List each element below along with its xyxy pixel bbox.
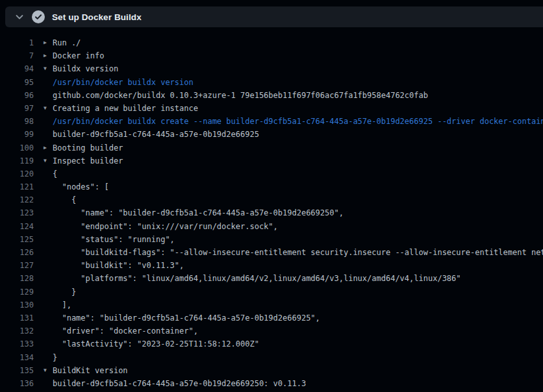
log-line: 124 "endpoint": "unix:///var/run/docker.… — [0, 220, 543, 233]
line-content: } — [53, 286, 76, 299]
chevron-down-icon[interactable] — [12, 10, 27, 24]
line-content: /usr/bin/docker buildx version — [53, 76, 194, 89]
line-number[interactable]: 123 — [0, 206, 34, 219]
log-group-line[interactable]: 135 ▼BuildKit version — [0, 364, 543, 377]
line-number[interactable]: 120 — [0, 167, 34, 180]
line-number[interactable]: 125 — [0, 233, 34, 246]
line-content: "buildkitd-flags": "--allow-insecure-ent… — [53, 246, 543, 259]
log-group-line[interactable]: 119 ▼Inspect builder — [0, 154, 543, 167]
line-content: { — [53, 167, 57, 180]
group-toggle-icon: ▼ — [44, 364, 47, 377]
log-group-line[interactable]: 100 ▶Booting builder — [0, 141, 543, 154]
line-number[interactable]: 132 — [0, 325, 34, 337]
log-line: 128 "platforms": "linux/amd64,linux/amd6… — [0, 272, 543, 285]
log-line: 121 "nodes": [ — [0, 180, 543, 193]
line-number[interactable]: 100 — [0, 141, 34, 154]
line-number[interactable]: 94 — [0, 62, 34, 75]
line-content: "driver": "docker-container", — [53, 325, 198, 337]
line-content: "name": "builder-d9cfb5a1-c764-445a-a57e… — [53, 312, 320, 325]
log-line: 133 "lastActivity": "2023-02-25T11:58:12… — [0, 337, 543, 350]
line-number[interactable]: 130 — [0, 299, 34, 312]
line-content: { — [53, 193, 76, 206]
line-number[interactable]: 122 — [0, 193, 34, 206]
line-number[interactable]: 136 — [0, 377, 34, 390]
log-line: 134 } — [0, 351, 543, 364]
line-number[interactable]: 128 — [0, 272, 34, 285]
line-content: "nodes": [ — [53, 180, 109, 193]
step-header[interactable]: Set up Docker Buildx — [5, 6, 543, 27]
line-number[interactable]: 99 — [0, 128, 34, 141]
line-number[interactable]: 119 — [0, 154, 34, 167]
line-number[interactable]: 126 — [0, 246, 34, 259]
log-group-line[interactable]: 94 ▼Buildx version — [0, 62, 543, 75]
line-content: ▼Buildx version — [53, 62, 118, 75]
log-line: 99 builder-d9cfb5a1-c764-445a-a57e-0b19d… — [0, 128, 543, 141]
log-line: 95 /usr/bin/docker buildx version — [0, 76, 543, 89]
group-toggle-icon: ▶ — [44, 49, 47, 62]
line-number[interactable]: 96 — [0, 89, 34, 102]
log-line: 98 /usr/bin/docker buildx create --name … — [0, 115, 543, 128]
line-content: ▼Inspect builder — [53, 154, 123, 167]
log-line: 96 github.com/docker/buildx 0.10.3+azure… — [0, 89, 543, 102]
line-content: "name": "builder-d9cfb5a1-c764-445a-a57e… — [53, 206, 344, 219]
line-content: builder-d9cfb5a1-c764-445a-a57e-0b19d2e6… — [53, 377, 306, 390]
line-content: "lastActivity": "2023-02-25T11:58:12.000… — [53, 337, 259, 350]
log-line: 126 "buildkitd-flags": "--allow-insecure… — [0, 246, 543, 259]
line-content: /usr/bin/docker buildx create --name bui… — [53, 115, 543, 128]
log-line: 136 builder-d9cfb5a1-c764-445a-a57e-0b19… — [0, 377, 543, 390]
line-number[interactable]: 1 — [0, 36, 34, 49]
line-content: "status": "running", — [53, 233, 175, 246]
line-content: } — [53, 351, 57, 364]
group-toggle-icon: ▼ — [44, 102, 47, 115]
group-toggle-icon: ▶ — [44, 141, 47, 154]
check-circle-icon — [32, 10, 45, 23]
line-content: ▶Run ./ — [53, 36, 81, 49]
line-number[interactable]: 124 — [0, 220, 34, 233]
log-line: 132 "driver": "docker-container", — [0, 325, 543, 337]
line-content: ▼BuildKit version — [53, 364, 128, 377]
log-line: 129 } — [0, 286, 543, 299]
line-number[interactable]: 133 — [0, 337, 34, 350]
line-number[interactable]: 121 — [0, 180, 34, 193]
line-content: "endpoint": "unix:///var/run/docker.sock… — [53, 220, 278, 233]
log-viewer: 1 ▶Run ./ 7 ▶Docker info 94 ▼Buildx vers… — [0, 27, 543, 390]
line-number[interactable]: 129 — [0, 286, 34, 299]
line-content: "platforms": "linux/amd64,linux/amd64/v2… — [53, 272, 461, 285]
log-group-line[interactable]: 7 ▶Docker info — [0, 49, 543, 62]
log-group-line[interactable]: 1 ▶Run ./ — [0, 36, 543, 49]
line-number[interactable]: 98 — [0, 115, 34, 128]
log-line: 130 ], — [0, 299, 543, 312]
group-toggle-icon: ▼ — [44, 62, 47, 75]
line-number[interactable]: 131 — [0, 312, 34, 325]
line-content: builder-d9cfb5a1-c764-445a-a57e-0b19d2e6… — [53, 128, 259, 141]
line-content: ▶Docker info — [53, 49, 104, 62]
group-toggle-icon: ▼ — [44, 154, 47, 167]
line-number[interactable]: 95 — [0, 76, 34, 89]
log-group-line[interactable]: 97 ▼Creating a new builder instance — [0, 102, 543, 115]
log-line: 131 "name": "builder-d9cfb5a1-c764-445a-… — [0, 312, 543, 325]
log-line: 120 { — [0, 167, 543, 180]
line-number[interactable]: 7 — [0, 49, 34, 62]
line-number[interactable]: 97 — [0, 102, 34, 115]
group-toggle-icon: ▶ — [44, 36, 47, 49]
line-content: ▶Booting builder — [53, 141, 123, 154]
line-content: ▼Creating a new builder instance — [53, 102, 198, 115]
line-number[interactable]: 134 — [0, 351, 34, 364]
log-line: 122 { — [0, 193, 543, 206]
line-content: github.com/docker/buildx 0.10.3+azure-1 … — [53, 89, 428, 102]
line-content: ], — [53, 299, 71, 312]
log-line: 127 "buildkit": "v0.11.3", — [0, 259, 543, 272]
line-number[interactable]: 135 — [0, 364, 34, 377]
line-number[interactable]: 127 — [0, 259, 34, 272]
log-line: 123 "name": "builder-d9cfb5a1-c764-445a-… — [0, 206, 543, 219]
log-line: 125 "status": "running", — [0, 233, 543, 246]
line-content: "buildkit": "v0.11.3", — [53, 259, 184, 272]
step-title: Set up Docker Buildx — [52, 12, 142, 22]
